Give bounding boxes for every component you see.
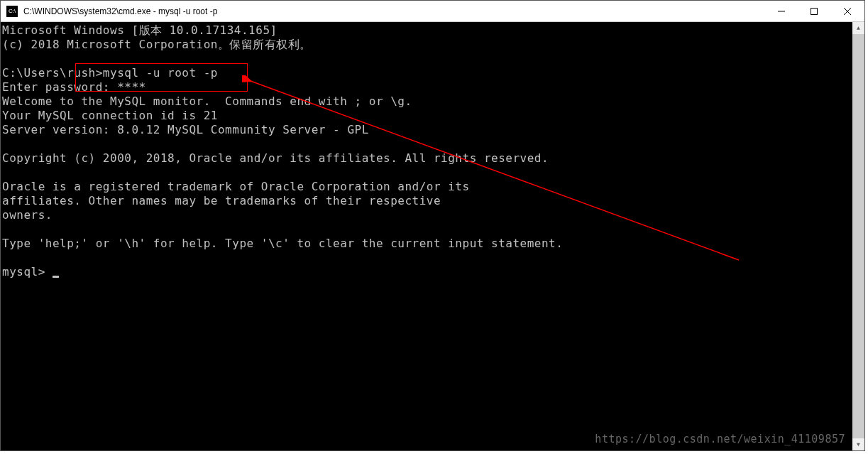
terminal-line: affiliates. Other names may be trademark… [2,194,441,207]
terminal-line: Oracle is a registered trademark of Orac… [2,180,470,193]
cmd-window: C:\ C:\WINDOWS\system32\cmd.exe - mysql … [0,0,865,451]
scroll-thumb[interactable] [852,34,864,438]
terminal-line: owners. [2,208,53,222]
terminal-line: Type 'help;' or '\h' for help. Type '\c'… [2,237,563,250]
close-icon [844,8,851,15]
command-text: mysql -u root -p [103,66,218,80]
titlebar[interactable]: C:\ C:\WINDOWS\system32\cmd.exe - mysql … [1,1,864,22]
prompt-path: C:\Users\rush> [2,66,103,80]
terminal-area: Microsoft Windows [版本 10.0.17134.165] (c… [1,22,864,450]
cursor [53,276,59,278]
scroll-track[interactable] [852,34,864,438]
terminal-line: Server version: 8.0.12 MySQL Community S… [2,123,369,136]
terminal-content[interactable]: Microsoft Windows [版本 10.0.17134.165] (c… [1,22,852,450]
cmd-icon: C:\ [6,6,18,17]
maximize-icon [811,8,818,15]
scroll-up-arrow[interactable]: ▲ [852,22,864,34]
terminal-line: Your MySQL connection id is 21 [2,109,218,122]
terminal-line: Copyright (c) 2000, 2018, Oracle and/or … [2,151,549,165]
window-title: C:\WINDOWS\system32\cmd.exe - mysql -u r… [22,6,765,16]
maximize-button[interactable] [798,1,830,21]
terminal-line: Welcome to the MySQL monitor. Commands e… [2,94,412,108]
minimize-icon [778,8,785,15]
vertical-scrollbar[interactable]: ▲ ▼ [852,22,864,450]
close-button[interactable] [830,1,864,21]
terminal-line: Enter password: **** [2,80,146,94]
terminal-line: (c) 2018 Microsoft Corporation。保留所有权利。 [2,38,312,51]
watermark: https://blog.csdn.net/weixin_41109857 [595,432,845,446]
mysql-prompt: mysql> [2,265,53,279]
terminal-line: Microsoft Windows [版本 10.0.17134.165] [2,23,278,37]
minimize-button[interactable] [765,1,798,21]
scroll-down-arrow[interactable]: ▼ [852,438,864,450]
svg-rect-1 [811,8,818,14]
window-controls [765,1,864,21]
